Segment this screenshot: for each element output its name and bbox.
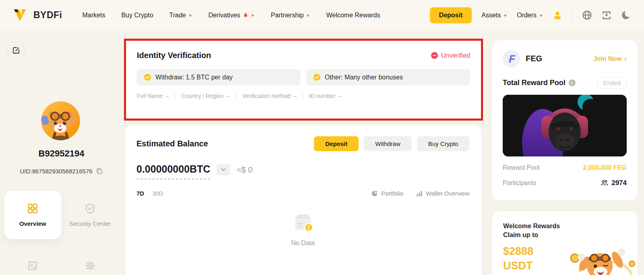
avatar[interactable] (41, 101, 80, 140)
participants-label: Participants (503, 179, 537, 187)
participants-value-group: 2974 (601, 179, 627, 187)
account-button[interactable] (553, 10, 562, 20)
minus-circle-icon (431, 52, 438, 59)
balance-amount[interactable]: 0.00000000BTC (136, 163, 210, 179)
profile-sidebar: B92952194 UID:967582930568216576 Overvie… (0, 30, 123, 275)
mascot-coins-image (556, 243, 637, 275)
deposit-action-button[interactable]: Deposit (314, 136, 359, 151)
flame-icon (243, 12, 248, 19)
feg-logo-image: F (503, 50, 520, 67)
nav-item-trade[interactable]: Trade ▼ (169, 12, 192, 19)
welcome-rewards-card[interactable]: Welcome Rewards Claim up to $2888 USDT (492, 211, 637, 275)
view-label: Portfolio (381, 190, 403, 197)
welcome-rewards-line1: Welcome Rewards (503, 222, 637, 231)
address-book-icon (27, 260, 38, 271)
info-icon[interactable]: i (569, 79, 576, 86)
check-circle-icon (144, 74, 151, 81)
promo-status-badge: Ended (597, 77, 627, 89)
gear-icon (85, 260, 96, 271)
download-icon (602, 10, 611, 20)
globe-icon (582, 10, 592, 20)
check-circle-icon (314, 74, 320, 81)
bydfi-logo-text: BYDFi (33, 10, 62, 21)
currency-dropdown[interactable] (217, 164, 230, 175)
reward-pool-row: Reward Pool 2,000,000 FEG (503, 164, 627, 171)
estimated-balance-title: Estimated Balance (136, 139, 208, 148)
download-app-button[interactable] (602, 10, 611, 20)
benefit-text: Other: Many other bonuses (325, 74, 403, 81)
nav-item-orders[interactable]: Orders ▼ (517, 12, 543, 19)
chevron-down-icon: ▼ (503, 13, 507, 18)
benefit-withdraw-limit: Withdraw: 1.5 BTC per day (137, 69, 301, 85)
divider (303, 93, 303, 99)
join-now-label: Join Now (593, 55, 622, 62)
sidebar-item-overview[interactable]: Overview (4, 191, 62, 239)
reward-pool-label: Reward Pool (503, 164, 540, 171)
deposit-button[interactable]: Deposit (430, 7, 472, 23)
main-nav: Markets Buy Crypto Trade ▼ Derivatives ▼… (83, 12, 380, 19)
user-icon (553, 10, 562, 20)
main-content: Identity Verification Unverified (124, 30, 483, 275)
identity-verification-card: Identity Verification Unverified (126, 41, 481, 99)
sidebar-item-label: Overview (19, 220, 46, 227)
nav-item-derivatives[interactable]: Derivatives ▼ (208, 12, 255, 19)
nav-label: Trade (169, 12, 186, 19)
nav-item-assets[interactable]: Assets ▼ (481, 12, 507, 19)
chevron-down-icon: ▼ (188, 13, 192, 18)
nav-item-buy-crypto[interactable]: Buy Crypto (121, 12, 153, 19)
chevron-down-icon: ▼ (251, 13, 255, 18)
nav-item-welcome-rewards[interactable]: Welcome Rewards (326, 12, 380, 19)
identity-details: Full Name: – Country / Region: – Verific… (137, 93, 470, 99)
nav-item-partnership[interactable]: Partnership ▼ (271, 12, 310, 19)
promo-banner-image[interactable] (503, 95, 627, 156)
bar-chart-icon (416, 190, 423, 197)
welcome-rewards-line2: Claim up to (503, 231, 637, 240)
copy-icon (96, 167, 103, 175)
verification-status-badge[interactable]: Unverified (431, 52, 470, 59)
dark-mode-toggle[interactable] (621, 10, 631, 20)
wallet-overview-link[interactable]: Wallet Overview (416, 190, 469, 197)
right-panel: F FEG Join Now › Total Reward Pool i End… (492, 30, 637, 275)
nav-label: Partnership (271, 12, 304, 19)
divider (236, 93, 236, 99)
bydfi-logo-icon (13, 8, 30, 22)
hamster-avatar-image (41, 101, 80, 140)
sidebar-item-address[interactable]: Address (4, 248, 62, 275)
bydfi-logo[interactable]: BYDFi (13, 8, 62, 22)
divider (572, 11, 572, 20)
detail-verification-method: Verification method: – (242, 93, 297, 99)
nav-label: Assets (481, 12, 501, 19)
chevron-right-icon: › (624, 54, 627, 63)
range-tab-7d[interactable]: 7D (136, 190, 144, 197)
participants-count: 2974 (611, 179, 627, 187)
moon-icon (621, 10, 631, 20)
chevron-down-icon: ▼ (306, 13, 310, 18)
uid-value: UID:967582930568216576 (20, 168, 92, 175)
language-button[interactable] (582, 10, 592, 20)
sidebar-item-security-center[interactable]: Security Center (62, 191, 119, 239)
edit-icon (12, 46, 21, 55)
chevron-down-icon: ▼ (539, 13, 543, 18)
navbar-right: Deposit Assets ▼ Orders ▼ (430, 7, 631, 23)
total-reward-pool-title: Total Reward Pool (503, 79, 566, 87)
edit-profile-button[interactable] (7, 42, 25, 59)
range-tab-30d[interactable]: 30D (152, 190, 163, 197)
no-data-icon (292, 210, 314, 233)
view-links: Portfolio Wallet Overview (371, 190, 469, 197)
withdraw-action-button[interactable]: Withdraw (364, 136, 412, 151)
nav-label: Derivatives (208, 12, 240, 19)
portfolio-link[interactable]: Portfolio (371, 190, 403, 197)
buy-crypto-action-button[interactable]: Buy Crypto (417, 136, 469, 151)
nav-item-markets[interactable]: Markets (83, 12, 105, 19)
feg-promo-card: F FEG Join Now › Total Reward Pool i End… (492, 40, 637, 200)
no-data-label: No Data (291, 240, 315, 247)
promo-token-name: FEG (526, 54, 542, 63)
join-now-link[interactable]: Join Now › (593, 54, 627, 63)
account-nav: Overview Security Center Address (4, 191, 119, 275)
shield-check-icon (85, 203, 96, 214)
copy-uid-button[interactable] (96, 167, 103, 175)
nav-label: Welcome Rewards (326, 12, 380, 19)
top-navbar: BYDFi Markets Buy Crypto Trade ▼ Derivat… (0, 0, 644, 30)
sidebar-item-settings[interactable]: Settings (62, 248, 119, 275)
verification-status-text: Unverified (441, 52, 470, 59)
